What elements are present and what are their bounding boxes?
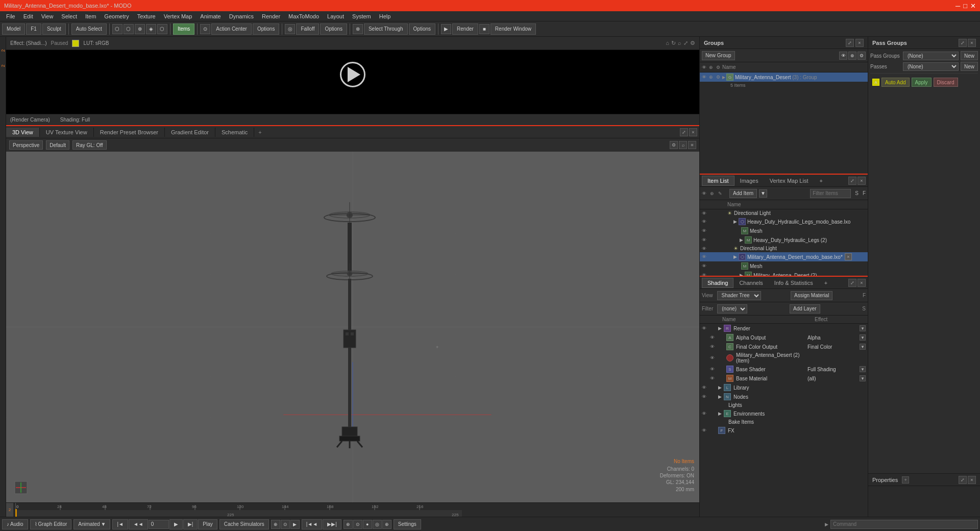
refresh-icon[interactable]: ↻ — [671, 40, 676, 46]
tab-add-shading[interactable]: + — [819, 278, 833, 288]
tab-vertex-map-list[interactable]: Vertex Map List — [764, 176, 814, 186]
item-mesh-2[interactable]: 👁 M Mesh — [700, 261, 868, 271]
tab-shading[interactable]: Shading — [702, 278, 733, 288]
settings-btn[interactable]: Settings — [394, 519, 421, 529]
assign-material-btn[interactable]: Assign Material — [791, 291, 832, 300]
tab-gradient-editor[interactable]: Gradient Editor — [165, 128, 215, 137]
tab-images[interactable]: Images — [734, 176, 764, 186]
discard-btn[interactable]: Discard — [934, 78, 958, 87]
expand-icon[interactable]: ⤢ — [683, 40, 688, 46]
options3-btn[interactable]: Options — [409, 23, 435, 35]
menu-file[interactable]: File — [2, 12, 19, 20]
tab-schematic[interactable]: Schematic — [215, 128, 254, 137]
menu-texture[interactable]: Texture — [133, 12, 160, 20]
menu-render[interactable]: Render — [258, 12, 284, 20]
render-btn[interactable]: Render — [452, 23, 478, 35]
item-heavy-duty-file[interactable]: 👁 ▶ ⬡ Heavy_Duty_Hydraulic_Legs_modo_bas… — [700, 217, 868, 226]
properties-expand[interactable]: ⤢ — [959, 476, 967, 484]
extra-icon-3[interactable]: ● — [363, 520, 372, 529]
v3d-icon-2[interactable]: ⌕ — [679, 141, 687, 149]
pass-groups-expand[interactable]: ⤢ — [959, 39, 967, 47]
toolbar-icon-3[interactable]: ⊕ — [135, 24, 145, 34]
shading-final-color[interactable]: 👁 C Final Color Output Final Color ▼ — [700, 342, 868, 351]
menu-layout[interactable]: Layout — [323, 12, 348, 20]
transport-next[interactable]: ▶ — [169, 519, 183, 529]
home-icon[interactable]: ⌂ — [666, 40, 669, 46]
shading-environments[interactable]: 👁 ▶ E Environments — [700, 409, 868, 418]
play-btn-bottom[interactable]: Play — [198, 519, 217, 529]
shading-nodes[interactable]: 👁 ▶ N Nodes — [700, 392, 868, 401]
options2-btn[interactable]: Options — [320, 23, 347, 35]
transport-prev[interactable]: ◄◄ — [129, 519, 148, 529]
auto-add-btn[interactable]: Auto Add — [881, 78, 910, 87]
item-list-close-icon[interactable]: × — [857, 177, 866, 185]
action-center-btn[interactable]: Action Center — [211, 23, 252, 35]
tab-channels[interactable]: Channels — [733, 278, 768, 288]
cache-simulators-btn[interactable]: Cache Simulators — [219, 519, 269, 529]
graph-editor-btn[interactable]: ⌇ Graph Editor — [30, 519, 72, 529]
transport-prev-start[interactable]: |◄ — [112, 519, 128, 529]
base-shader-dropdown[interactable]: ▼ — [860, 366, 866, 372]
pass-groups-new-btn[interactable]: New — [961, 51, 978, 60]
group-item-military-antenna[interactable]: 👁 ⊕ ⚙ ▶ G Military_Antenna_Desert (3) : … — [700, 73, 868, 82]
properties-close[interactable]: × — [968, 476, 976, 484]
menu-view[interactable]: View — [37, 12, 58, 20]
tab-info-statistics[interactable]: Info & Statistics — [769, 278, 819, 288]
shading-base-shader[interactable]: 👁 S Base Shader Full Shading ▼ — [700, 365, 868, 374]
item-military-antenna-file[interactable]: 👁 ▶ ⬡ Military_Antenna_Desert_modo_base.… — [700, 252, 868, 261]
properties-add-icon[interactable]: + — [902, 476, 909, 484]
toolbar-icon-4[interactable]: ◈ — [146, 24, 156, 34]
perspective-btn[interactable]: Perspective — [9, 140, 43, 150]
render-window-btn[interactable]: Render Window — [491, 23, 536, 35]
gear-icon[interactable]: ⚙ — [690, 40, 695, 46]
play-button[interactable] — [340, 62, 365, 87]
model-btn[interactable]: Model — [2, 23, 25, 35]
command-input[interactable] — [830, 520, 978, 529]
tab-render-preset[interactable]: Render Preset Browser — [94, 128, 165, 137]
sim-icon-1[interactable]: ⊕ — [271, 520, 280, 529]
default-btn[interactable]: Default — [46, 140, 69, 150]
menu-animate[interactable]: Animate — [196, 12, 225, 20]
new-group-btn[interactable]: New Group — [702, 51, 735, 60]
extra-icon-2[interactable]: ⊙ — [353, 520, 362, 529]
menu-help[interactable]: Help — [375, 12, 395, 20]
shading-render[interactable]: 👁 ▶ R Render ▼ — [700, 324, 868, 333]
item-directional-light-2[interactable]: 👁 ☀ Directional Light — [700, 245, 868, 252]
search-icon[interactable]: ⌕ — [678, 40, 681, 46]
transport-next-end[interactable]: ▶| — [183, 519, 198, 529]
tab-expand-icon[interactable]: ⤢ — [680, 128, 688, 136]
menu-maxtomodo[interactable]: MaxToModo — [284, 12, 323, 20]
f1-btn[interactable]: F1 — [26, 23, 41, 35]
item-mesh-1[interactable]: 👁 M Mesh — [700, 226, 868, 235]
pass-groups-close[interactable]: × — [968, 39, 976, 47]
item-list-expand-icon[interactable]: ⤢ — [848, 177, 856, 185]
maximize-btn[interactable]: □ — [963, 2, 967, 10]
sculpt-btn[interactable]: Sculpt — [42, 23, 66, 35]
add-layer-btn[interactable]: Add Layer — [790, 304, 820, 313]
toolbar-icon-2[interactable]: ⬡ — [124, 24, 134, 34]
close-btn[interactable]: ✕ — [970, 2, 976, 10]
menu-item[interactable]: Item — [81, 12, 100, 20]
shader-tree-select[interactable]: Shader Tree — [717, 291, 761, 300]
tab-item-list[interactable]: Item List — [702, 176, 734, 186]
item-directional-light-1[interactable]: 👁 ☀ Directional Light — [700, 209, 868, 217]
sim-icon-3[interactable]: ▶ — [290, 520, 300, 529]
extra-icon-4[interactable]: ◎ — [373, 520, 382, 529]
menu-edit[interactable]: Edit — [19, 12, 37, 20]
toolbar-icon-1[interactable]: ⬡ — [112, 24, 122, 34]
pass-groups-select[interactable]: (None) — [903, 52, 959, 60]
sim-icon-2[interactable]: ⊙ — [281, 520, 290, 529]
item-military-antenna-group[interactable]: 👁 ▶ M Military_Antenna_Desert (2) — [700, 271, 868, 276]
menu-select[interactable]: Select — [57, 12, 81, 20]
final-color-dropdown[interactable]: ▼ — [860, 344, 866, 350]
shading-base-material[interactable]: 👁 M Base Material (all) ▼ — [700, 374, 868, 383]
menu-dynamics[interactable]: Dynamics — [225, 12, 258, 20]
options1-btn[interactable]: Options — [253, 23, 279, 35]
shading-expand-icon[interactable]: ⤢ — [848, 279, 856, 287]
groups-close-icon[interactable]: × — [855, 39, 864, 47]
groups-expand-icon[interactable]: ⤢ — [846, 39, 854, 47]
minimize-btn[interactable]: ─ — [955, 2, 960, 10]
render-dropdown[interactable]: ▼ — [860, 325, 866, 331]
extra-icon-5[interactable]: ⊕ — [382, 520, 391, 529]
items-btn[interactable]: Items — [173, 23, 194, 35]
